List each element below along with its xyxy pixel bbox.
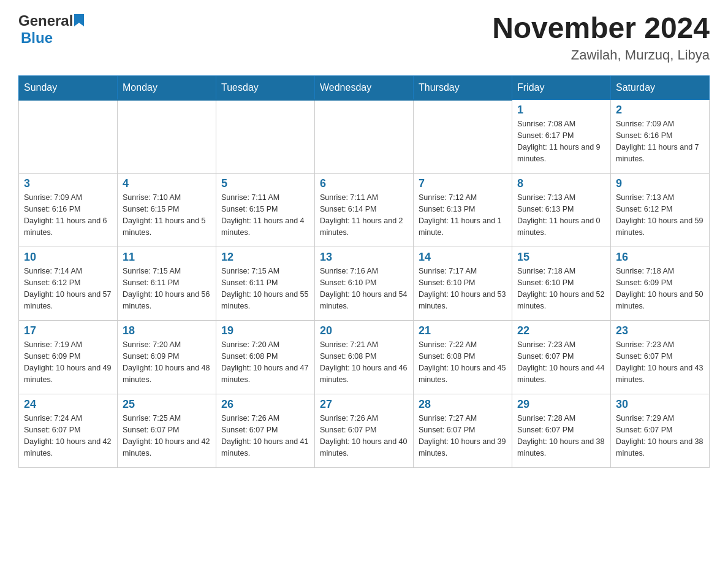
calendar-cell (19, 100, 118, 174)
day-info: Sunrise: 7:28 AMSunset: 6:07 PMDaylight:… (517, 413, 605, 459)
calendar-cell: 24Sunrise: 7:24 AMSunset: 6:07 PMDayligh… (19, 394, 118, 468)
calendar-cell: 30Sunrise: 7:29 AMSunset: 6:07 PMDayligh… (611, 394, 710, 468)
day-number: 3 (24, 177, 112, 190)
day-number: 18 (123, 324, 211, 337)
calendar-cell: 22Sunrise: 7:23 AMSunset: 6:07 PMDayligh… (512, 321, 611, 394)
day-number: 9 (616, 177, 704, 190)
column-header-monday: Monday (118, 75, 216, 100)
day-number: 7 (419, 177, 507, 190)
calendar-cell: 3Sunrise: 7:09 AMSunset: 6:16 PMDaylight… (19, 174, 118, 247)
calendar-cell: 26Sunrise: 7:26 AMSunset: 6:07 PMDayligh… (216, 394, 315, 468)
day-number: 22 (517, 324, 605, 337)
calendar-cell: 7Sunrise: 7:12 AMSunset: 6:13 PMDaylight… (414, 174, 512, 247)
location-subtitle: Zawilah, Murzuq, Libya (492, 47, 710, 63)
day-info: Sunrise: 7:13 AMSunset: 6:12 PMDaylight:… (616, 192, 704, 238)
day-number: 21 (419, 324, 507, 337)
logo: General Blue (18, 12, 84, 47)
calendar-week-row: 10Sunrise: 7:14 AMSunset: 6:12 PMDayligh… (19, 247, 710, 321)
day-number: 16 (616, 251, 704, 264)
day-number: 6 (320, 177, 408, 190)
day-info: Sunrise: 7:14 AMSunset: 6:12 PMDaylight:… (24, 266, 112, 312)
day-info: Sunrise: 7:20 AMSunset: 6:09 PMDaylight:… (123, 339, 211, 385)
day-number: 27 (320, 398, 408, 411)
day-number: 20 (320, 324, 408, 337)
calendar-week-row: 3Sunrise: 7:09 AMSunset: 6:16 PMDaylight… (19, 174, 710, 247)
logo-flag-icon (74, 14, 84, 28)
page-header: General Blue November 2024 Zawilah, Murz… (18, 12, 710, 63)
calendar-cell: 18Sunrise: 7:20 AMSunset: 6:09 PMDayligh… (118, 321, 216, 394)
day-info: Sunrise: 7:22 AMSunset: 6:08 PMDaylight:… (419, 339, 507, 385)
svg-marker-0 (74, 14, 84, 26)
calendar-header-row: SundayMondayTuesdayWednesdayThursdayFrid… (19, 75, 710, 100)
calendar-cell: 16Sunrise: 7:18 AMSunset: 6:09 PMDayligh… (611, 247, 710, 321)
calendar-cell: 11Sunrise: 7:15 AMSunset: 6:11 PMDayligh… (118, 247, 216, 321)
calendar-cell: 15Sunrise: 7:18 AMSunset: 6:10 PMDayligh… (512, 247, 611, 321)
calendar-cell: 20Sunrise: 7:21 AMSunset: 6:08 PMDayligh… (315, 321, 414, 394)
column-header-wednesday: Wednesday (315, 75, 414, 100)
calendar-cell (414, 100, 512, 174)
column-header-sunday: Sunday (19, 75, 118, 100)
calendar-cell: 17Sunrise: 7:19 AMSunset: 6:09 PMDayligh… (19, 321, 118, 394)
calendar-cell: 12Sunrise: 7:15 AMSunset: 6:11 PMDayligh… (216, 247, 315, 321)
calendar-cell: 4Sunrise: 7:10 AMSunset: 6:15 PMDaylight… (118, 174, 216, 247)
day-number: 4 (123, 177, 211, 190)
calendar-cell: 28Sunrise: 7:27 AMSunset: 6:07 PMDayligh… (414, 394, 512, 468)
day-info: Sunrise: 7:25 AMSunset: 6:07 PMDaylight:… (123, 413, 211, 459)
day-number: 15 (517, 251, 605, 264)
column-header-saturday: Saturday (611, 75, 710, 100)
day-info: Sunrise: 7:26 AMSunset: 6:07 PMDaylight:… (320, 413, 408, 459)
calendar-cell: 10Sunrise: 7:14 AMSunset: 6:12 PMDayligh… (19, 247, 118, 321)
day-info: Sunrise: 7:09 AMSunset: 6:16 PMDaylight:… (24, 192, 112, 238)
column-header-friday: Friday (512, 75, 611, 100)
day-info: Sunrise: 7:18 AMSunset: 6:10 PMDaylight:… (517, 266, 605, 312)
day-number: 12 (221, 251, 309, 264)
calendar-cell: 23Sunrise: 7:23 AMSunset: 6:07 PMDayligh… (611, 321, 710, 394)
month-title: November 2024 (492, 12, 710, 45)
day-number: 2 (616, 104, 704, 117)
day-number: 14 (419, 251, 507, 264)
calendar-cell: 1Sunrise: 7:08 AMSunset: 6:17 PMDaylight… (512, 100, 611, 174)
day-info: Sunrise: 7:23 AMSunset: 6:07 PMDaylight:… (616, 339, 704, 385)
calendar-cell: 21Sunrise: 7:22 AMSunset: 6:08 PMDayligh… (414, 321, 512, 394)
calendar-cell: 29Sunrise: 7:28 AMSunset: 6:07 PMDayligh… (512, 394, 611, 468)
day-info: Sunrise: 7:24 AMSunset: 6:07 PMDaylight:… (24, 413, 112, 459)
day-number: 19 (221, 324, 309, 337)
column-header-thursday: Thursday (414, 75, 512, 100)
day-info: Sunrise: 7:26 AMSunset: 6:07 PMDaylight:… (221, 413, 309, 459)
day-info: Sunrise: 7:17 AMSunset: 6:10 PMDaylight:… (419, 266, 507, 312)
day-info: Sunrise: 7:23 AMSunset: 6:07 PMDaylight:… (517, 339, 605, 385)
title-area: November 2024 Zawilah, Murzuq, Libya (492, 12, 710, 63)
logo-blue-text: Blue (21, 29, 53, 46)
calendar-cell: 6Sunrise: 7:11 AMSunset: 6:14 PMDaylight… (315, 174, 414, 247)
calendar-week-row: 1Sunrise: 7:08 AMSunset: 6:17 PMDaylight… (19, 100, 710, 174)
day-info: Sunrise: 7:18 AMSunset: 6:09 PMDaylight:… (616, 266, 704, 312)
day-info: Sunrise: 7:11 AMSunset: 6:15 PMDaylight:… (221, 192, 309, 238)
calendar-table: SundayMondayTuesdayWednesdayThursdayFrid… (18, 75, 710, 469)
day-number: 11 (123, 251, 211, 264)
day-number: 24 (24, 398, 112, 411)
calendar-cell: 27Sunrise: 7:26 AMSunset: 6:07 PMDayligh… (315, 394, 414, 468)
day-info: Sunrise: 7:08 AMSunset: 6:17 PMDaylight:… (517, 118, 605, 164)
calendar-cell (315, 100, 414, 174)
day-number: 23 (616, 324, 704, 337)
column-header-tuesday: Tuesday (216, 75, 315, 100)
day-info: Sunrise: 7:16 AMSunset: 6:10 PMDaylight:… (320, 266, 408, 312)
calendar-cell: 25Sunrise: 7:25 AMSunset: 6:07 PMDayligh… (118, 394, 216, 468)
day-info: Sunrise: 7:09 AMSunset: 6:16 PMDaylight:… (616, 118, 704, 164)
day-info: Sunrise: 7:10 AMSunset: 6:15 PMDaylight:… (123, 192, 211, 238)
day-number: 13 (320, 251, 408, 264)
calendar-week-row: 24Sunrise: 7:24 AMSunset: 6:07 PMDayligh… (19, 394, 710, 468)
day-info: Sunrise: 7:19 AMSunset: 6:09 PMDaylight:… (24, 339, 112, 385)
calendar-cell (216, 100, 315, 174)
day-info: Sunrise: 7:11 AMSunset: 6:14 PMDaylight:… (320, 192, 408, 238)
day-number: 8 (517, 177, 605, 190)
day-number: 5 (221, 177, 309, 190)
logo-general-text: General (18, 12, 73, 29)
day-number: 25 (123, 398, 211, 411)
day-number: 17 (24, 324, 112, 337)
day-info: Sunrise: 7:13 AMSunset: 6:13 PMDaylight:… (517, 192, 605, 238)
day-number: 29 (517, 398, 605, 411)
day-number: 10 (24, 251, 112, 264)
day-number: 28 (419, 398, 507, 411)
calendar-cell: 2Sunrise: 7:09 AMSunset: 6:16 PMDaylight… (611, 100, 710, 174)
